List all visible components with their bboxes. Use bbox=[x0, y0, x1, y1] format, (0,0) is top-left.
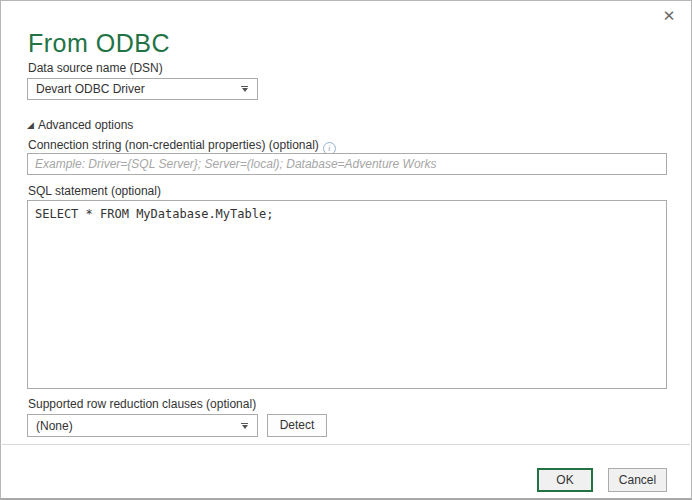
connection-string-input[interactable] bbox=[27, 153, 667, 175]
cancel-button[interactable]: Cancel bbox=[608, 468, 667, 492]
collapse-triangle-icon: ◢ bbox=[27, 121, 34, 130]
advanced-options-toggle[interactable]: ◢ Advanced options bbox=[27, 118, 133, 132]
sql-statement-textarea[interactable]: SELECT * FROM MyDatabase.MyTable; bbox=[27, 200, 667, 389]
chevron-down-icon bbox=[240, 423, 249, 429]
ok-button[interactable]: OK bbox=[537, 468, 593, 492]
row-reduction-dropdown[interactable]: (None) bbox=[27, 414, 258, 437]
dsn-selected-value: Devart ODBC Driver bbox=[36, 82, 145, 96]
chevron-down-icon bbox=[240, 86, 249, 92]
row-reduction-label: Supported row reduction clauses (optiona… bbox=[28, 397, 256, 411]
detect-button[interactable]: Detect bbox=[267, 414, 327, 437]
advanced-options-label: Advanced options bbox=[38, 118, 133, 132]
sql-statement-label: SQL statement (optional) bbox=[28, 184, 161, 198]
footer-divider bbox=[2, 444, 690, 445]
dsn-dropdown[interactable]: Devart ODBC Driver bbox=[27, 78, 258, 100]
dsn-label: Data source name (DSN) bbox=[28, 61, 163, 75]
from-odbc-dialog: ✕ From ODBC Data source name (DSN) Devar… bbox=[0, 0, 692, 500]
connection-string-label-text: Connection string (non-credential proper… bbox=[28, 138, 319, 152]
close-icon[interactable]: ✕ bbox=[659, 6, 679, 26]
dialog-title: From ODBC bbox=[28, 29, 170, 58]
row-reduction-selected-value: (None) bbox=[36, 419, 73, 433]
